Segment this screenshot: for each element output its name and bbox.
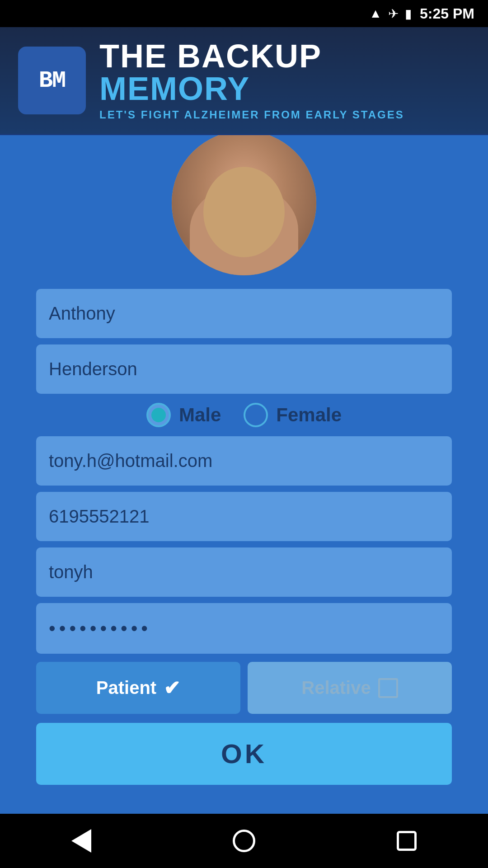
- email-input[interactable]: [36, 436, 452, 486]
- wifi-icon: ▲: [369, 6, 382, 21]
- female-option[interactable]: Female: [244, 403, 342, 427]
- username-input[interactable]: [36, 547, 452, 597]
- gender-row: Male Female: [36, 403, 452, 427]
- status-icons: ▲ ✈ ▮: [369, 6, 412, 21]
- app-subtitle: LET'S FIGHT ALZHEIMER FROM EARLY STAGES: [99, 108, 470, 121]
- female-label: Female: [276, 404, 342, 426]
- battery-icon: ▮: [405, 6, 412, 21]
- patient-label: Patient: [96, 678, 156, 698]
- app-header: BM THE BACKUP MEMORY LET'S FIGHT ALZHEIM…: [0, 27, 488, 135]
- first-name-input[interactable]: [36, 289, 452, 338]
- role-row: Patient ✔ Relative: [36, 662, 452, 714]
- unchecked-icon: [378, 678, 398, 698]
- back-button[interactable]: [54, 823, 108, 859]
- male-label: Male: [179, 404, 221, 426]
- status-time: 5:25 PM: [420, 5, 474, 22]
- ok-button[interactable]: OK: [36, 723, 452, 785]
- user-avatar: [172, 135, 316, 275]
- female-radio[interactable]: [244, 403, 268, 427]
- recents-button[interactable]: [380, 823, 434, 859]
- main-content: Male Female Patient ✔ Relative OK: [0, 135, 488, 814]
- registration-form: Male Female Patient ✔ Relative OK: [36, 289, 452, 785]
- app-title-blue: MEMORY: [99, 71, 250, 107]
- patient-button[interactable]: Patient ✔: [36, 662, 240, 714]
- relative-label: Relative: [301, 678, 371, 698]
- male-option[interactable]: Male: [146, 403, 221, 427]
- app-title-block: THE BACKUP MEMORY LET'S FIGHT ALZHEIMER …: [99, 40, 470, 121]
- home-icon: [233, 830, 255, 852]
- check-icon: ✔: [164, 676, 180, 699]
- last-name-input[interactable]: [36, 344, 452, 394]
- back-icon: [71, 829, 91, 853]
- male-radio[interactable]: [146, 403, 171, 427]
- app-title-white: THE BACKUP: [99, 38, 321, 74]
- recents-icon: [397, 831, 417, 851]
- app-title: THE BACKUP MEMORY: [99, 40, 470, 105]
- bottom-nav: [0, 814, 488, 868]
- male-radio-fill: [151, 408, 166, 422]
- phone-input[interactable]: [36, 492, 452, 541]
- relative-button[interactable]: Relative: [248, 662, 452, 714]
- airplane-icon: ✈: [388, 6, 399, 21]
- home-button[interactable]: [217, 823, 271, 859]
- password-input[interactable]: [36, 603, 452, 654]
- status-bar: ▲ ✈ ▮ 5:25 PM: [0, 0, 488, 27]
- avatar-image: [172, 135, 316, 275]
- ok-label: OK: [221, 739, 267, 769]
- app-logo: BM: [18, 47, 86, 114]
